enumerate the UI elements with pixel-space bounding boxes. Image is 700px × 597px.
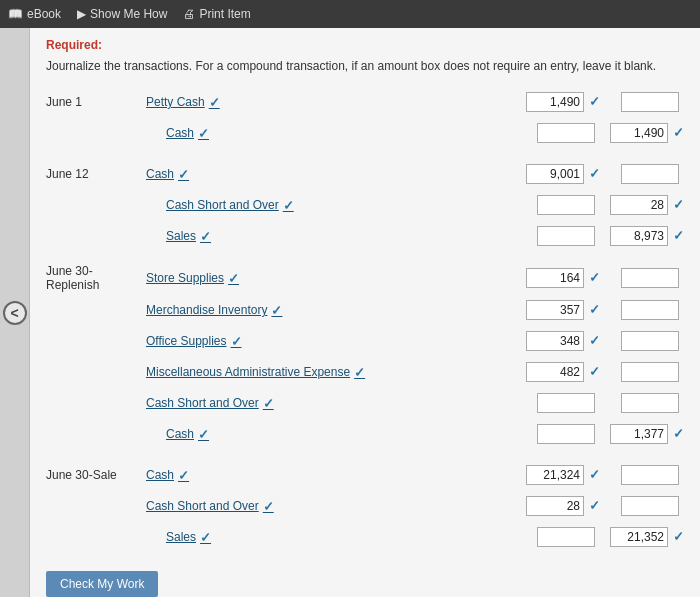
account-col: Petty Cash ✓ — [146, 94, 520, 110]
credit-input[interactable] — [621, 393, 679, 413]
credit-cell — [604, 496, 684, 516]
check-my-work-button[interactable]: Check My Work — [46, 571, 158, 597]
credit-input[interactable] — [621, 164, 679, 184]
credit-cell: 28 ✓ — [604, 195, 684, 215]
credit-cell — [604, 393, 684, 413]
table-row: Cash ✓ 1,377 ✓ — [46, 421, 684, 447]
account-col: Cash ✓ — [146, 467, 520, 483]
account-col: Cash Short and Over ✓ — [146, 395, 520, 411]
content-area: Required: Journalize the transactions. F… — [30, 28, 700, 597]
debit-cell: 9,001 ✓ — [520, 164, 600, 184]
account-col: Cash ✓ — [146, 166, 520, 182]
account-name: Cash ✓ — [166, 126, 209, 141]
credit-cell — [604, 164, 684, 184]
debit-input[interactable]: 357 — [526, 300, 584, 320]
table-row: June 30-Replenish Store Supplies ✓ 164 ✓ — [46, 264, 684, 292]
debit-input[interactable]: 28 — [526, 496, 584, 516]
account-name: Miscellaneous Administrative Expense ✓ — [146, 365, 365, 380]
debit-input[interactable]: 9,001 — [526, 164, 584, 184]
credit-cell — [604, 300, 684, 320]
debit-input[interactable]: 21,324 — [526, 465, 584, 485]
debit-input[interactable] — [537, 123, 595, 143]
debit-check: ✓ — [589, 467, 600, 482]
account-col: Sales ✓ — [146, 529, 520, 545]
credit-input[interactable]: 8,973 — [610, 226, 668, 246]
debit-input[interactable]: 164 — [526, 268, 584, 288]
table-row: Merchandise Inventory ✓ 357 ✓ — [46, 297, 684, 323]
ebook-button[interactable]: 📖 eBook — [8, 7, 61, 21]
credit-input[interactable]: 28 — [610, 195, 668, 215]
credit-check: ✓ — [673, 197, 684, 212]
print-item-button[interactable]: 🖨 Print Item — [183, 7, 250, 21]
credit-cell — [604, 465, 684, 485]
debit-input[interactable] — [537, 226, 595, 246]
credit-cell — [604, 331, 684, 351]
required-label: Required: — [46, 38, 684, 52]
debit-check: ✓ — [589, 364, 600, 379]
debit-check: ✓ — [589, 166, 600, 181]
credit-input[interactable] — [621, 496, 679, 516]
journal-table: June 1 Petty Cash ✓ 1,490 ✓ — [46, 89, 684, 550]
credit-input[interactable]: 1,490 — [610, 123, 668, 143]
check-icon: ✓ — [178, 468, 189, 483]
check-icon: ✓ — [263, 499, 274, 514]
debit-input[interactable]: 348 — [526, 331, 584, 351]
account-col: Cash ✓ — [146, 426, 520, 442]
check-icon: ✓ — [271, 303, 282, 318]
debit-cell: 482 ✓ — [520, 362, 600, 382]
debit-input[interactable] — [537, 195, 595, 215]
debit-cell: 1,490 ✓ — [520, 92, 600, 112]
date-june30r: June 30-Replenish — [46, 264, 146, 292]
credit-input[interactable] — [621, 465, 679, 485]
show-me-how-button[interactable]: ▶ Show Me How — [77, 7, 167, 21]
credit-cell: 1,377 ✓ — [604, 424, 684, 444]
debit-input[interactable] — [537, 393, 595, 413]
debit-input[interactable] — [537, 527, 595, 547]
account-name: Cash ✓ — [166, 427, 209, 442]
credit-check: ✓ — [673, 426, 684, 441]
check-icon: ✓ — [228, 271, 239, 286]
account-col: Store Supplies ✓ — [146, 270, 520, 286]
credit-input[interactable] — [621, 331, 679, 351]
credit-check: ✓ — [673, 529, 684, 544]
video-icon: ▶ — [77, 7, 86, 21]
debit-check: ✓ — [589, 302, 600, 317]
table-row: June 12 Cash ✓ 9,001 ✓ — [46, 161, 684, 187]
credit-input[interactable] — [621, 300, 679, 320]
date-june12: June 12 — [46, 167, 146, 181]
table-row: Cash Short and Over ✓ 28 ✓ — [46, 192, 684, 218]
credit-input[interactable]: 21,352 — [610, 527, 668, 547]
debit-check: ✓ — [589, 94, 600, 109]
table-row: Cash Short and Over ✓ — [46, 390, 684, 416]
account-name: Sales ✓ — [166, 530, 211, 545]
debit-cell: 348 ✓ — [520, 331, 600, 351]
check-icon: ✓ — [200, 229, 211, 244]
debit-cell — [520, 527, 600, 547]
credit-input[interactable] — [621, 92, 679, 112]
debit-cell — [520, 424, 600, 444]
check-icon: ✓ — [198, 126, 209, 141]
table-row: Cash ✓ 1,490 ✓ — [46, 120, 684, 146]
check-icon: ✓ — [198, 427, 209, 442]
debit-input[interactable] — [537, 424, 595, 444]
table-row: June 30-Sale Cash ✓ 21,324 ✓ — [46, 462, 684, 488]
left-nav: < — [0, 28, 30, 597]
date-june1: June 1 — [46, 95, 146, 109]
print-icon: 🖨 — [183, 7, 195, 21]
debit-cell — [520, 123, 600, 143]
debit-input[interactable]: 482 — [526, 362, 584, 382]
debit-input[interactable]: 1,490 — [526, 92, 584, 112]
credit-cell: 1,490 ✓ — [604, 123, 684, 143]
back-arrow-button[interactable]: < — [3, 301, 27, 325]
credit-input[interactable]: 1,377 — [610, 424, 668, 444]
credit-cell — [604, 92, 684, 112]
check-icon: ✓ — [209, 95, 220, 110]
account-name: Cash ✓ — [146, 468, 189, 483]
table-row: June 1 Petty Cash ✓ 1,490 ✓ — [46, 89, 684, 115]
account-name: Petty Cash ✓ — [146, 95, 220, 110]
top-bar: 📖 eBook ▶ Show Me How 🖨 Print Item — [0, 0, 700, 28]
credit-input[interactable] — [621, 362, 679, 382]
check-icon: ✓ — [354, 365, 365, 380]
account-name: Cash Short and Over ✓ — [166, 198, 294, 213]
credit-input[interactable] — [621, 268, 679, 288]
